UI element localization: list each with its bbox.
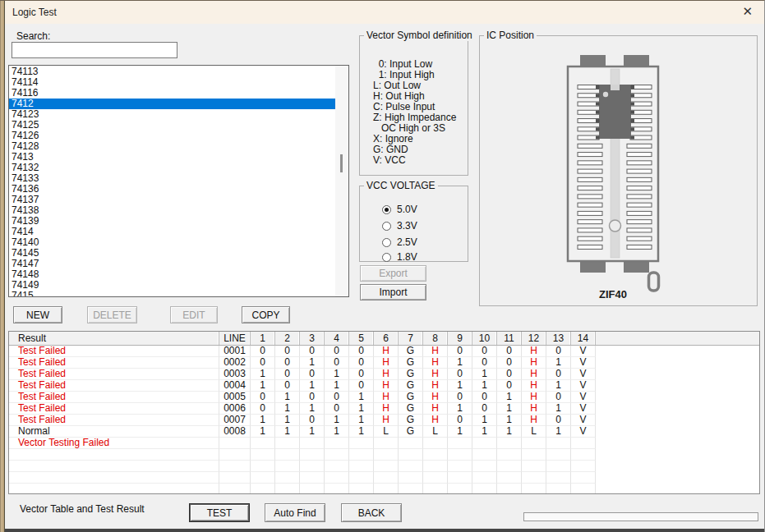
- socket-pin: [578, 177, 602, 181]
- radio-label: 2.5V: [397, 236, 417, 248]
- vcc-voltage-groupbox: VCC VOLTAGE 5.0V3.3V2.5V1.8V: [359, 186, 468, 262]
- table-cell: [9, 472, 219, 484]
- ic-chip-lead: [631, 111, 635, 114]
- import-button[interactable]: Import: [360, 284, 426, 300]
- table-cell: H: [522, 392, 546, 403]
- column-header-11[interactable]: 11: [497, 332, 522, 345]
- vcc-option-3.3v[interactable]: 3.3V: [382, 220, 417, 232]
- table-row[interactable]: Vector Testing Failed: [9, 438, 759, 449]
- table-cell: 0007: [219, 415, 251, 426]
- column-header-3[interactable]: 3: [300, 332, 325, 345]
- device-list-item[interactable]: 74137: [9, 195, 335, 205]
- column-header-4[interactable]: 4: [325, 332, 349, 345]
- device-list-item[interactable]: 74116: [9, 88, 335, 99]
- column-header-14[interactable]: 14: [571, 332, 596, 345]
- column-header-5[interactable]: 5: [349, 332, 374, 345]
- device-list-item[interactable]: 7413: [9, 152, 335, 163]
- table-cell: 0: [472, 403, 497, 415]
- socket-pin: [578, 195, 602, 199]
- device-list-item[interactable]: 74123: [9, 109, 335, 120]
- radio-icon: [382, 205, 391, 214]
- column-header-result[interactable]: Result: [9, 332, 219, 345]
- table-row[interactable]: Test Failed000711011HGH011H0V: [9, 415, 759, 426]
- device-list-item[interactable]: 7414: [9, 227, 335, 237]
- table-row[interactable]: Test Failed000200100HGH100H1V: [9, 357, 759, 369]
- test-button[interactable]: TEST: [189, 503, 250, 522]
- close-icon[interactable]: ✕: [739, 4, 756, 19]
- column-header-6[interactable]: 6: [374, 332, 399, 345]
- back-button[interactable]: BACK: [341, 503, 402, 522]
- new-button[interactable]: NEW: [13, 306, 62, 323]
- auto-find-button[interactable]: Auto Find: [265, 503, 325, 522]
- device-list-item[interactable]: 74133: [9, 173, 335, 184]
- device-list-item[interactable]: 74148: [9, 269, 335, 280]
- device-list-item[interactable]: 74149: [9, 280, 335, 291]
- socket-pin: [627, 161, 652, 165]
- column-header-2[interactable]: 2: [275, 332, 300, 345]
- table-cell: 0: [300, 392, 325, 403]
- search-input[interactable]: [12, 42, 177, 58]
- table-row[interactable]: Test Failed000410110HGH110H1V: [9, 380, 759, 392]
- device-list-item[interactable]: 74126: [9, 131, 335, 141]
- vcc-option-2.5v[interactable]: 2.5V: [382, 236, 417, 248]
- device-list-item[interactable]: 74140: [9, 237, 335, 248]
- list-scrollbar[interactable]: [335, 66, 348, 296]
- table-cell: G: [399, 415, 423, 426]
- vcc-option-1.8v[interactable]: 1.8V: [382, 251, 417, 263]
- column-header-9[interactable]: 9: [448, 332, 472, 345]
- column-header-13[interactable]: 13: [546, 332, 571, 345]
- table-cell: [472, 461, 497, 472]
- table-row[interactable]: Test Failed000100000HGH000H0V: [9, 346, 759, 357]
- device-list-item[interactable]: 74114: [9, 77, 335, 88]
- device-list-item[interactable]: 74113: [9, 66, 335, 77]
- table-cell: 0: [546, 392, 571, 403]
- copy-button[interactable]: COPY: [242, 306, 290, 323]
- device-list-item[interactable]: 74132: [9, 163, 335, 173]
- column-header-10[interactable]: 10: [472, 332, 497, 345]
- ic-chip-lead: [596, 111, 600, 114]
- table-cell: H: [423, 415, 448, 426]
- device-list-item[interactable]: 74145: [9, 248, 335, 259]
- device-list-item[interactable]: 74147: [9, 259, 335, 269]
- table-row[interactable]: Test Failed000501001HGH001H0V: [9, 392, 759, 403]
- export-button[interactable]: Export: [360, 265, 426, 282]
- table-cell: H: [374, 415, 399, 426]
- column-header-12[interactable]: 12: [522, 332, 546, 345]
- list-scrollbar-thumb[interactable]: [340, 154, 343, 172]
- result-table: ResultLINE1234567891011121314 Test Faile…: [8, 331, 760, 494]
- table-cell: [522, 484, 546, 494]
- device-list-item[interactable]: 7415: [9, 291, 335, 296]
- table-cell: [349, 461, 374, 472]
- table-cell: 0003: [219, 369, 251, 380]
- device-list-item[interactable]: 74136: [9, 184, 335, 195]
- socket-pin: [627, 211, 652, 215]
- table-cell: 0: [251, 392, 275, 403]
- device-list-item[interactable]: 7412: [9, 99, 335, 109]
- table-row[interactable]: Test Failed000601101HGH101H1V: [9, 403, 759, 415]
- device-list-item[interactable]: 74138: [9, 205, 335, 216]
- table-row[interactable]: Test Failed000310010HGH010H0V: [9, 369, 759, 380]
- titlebar: Logic Test ✕: [5, 1, 764, 24]
- table-cell: [275, 438, 300, 449]
- vcc-option-5.0v[interactable]: 5.0V: [382, 204, 417, 215]
- table-cell: 1: [472, 380, 497, 392]
- table-cell: 0: [349, 357, 374, 369]
- column-header-8[interactable]: 8: [423, 332, 448, 345]
- device-list-item[interactable]: 74139: [9, 216, 335, 227]
- table-cell: [300, 484, 325, 494]
- device-list-item[interactable]: 74128: [9, 141, 335, 152]
- column-header-line[interactable]: LINE: [219, 332, 251, 345]
- table-cell-filler: [596, 426, 759, 438]
- device-listbox[interactable]: 7411374114741167412741237412574126741287…: [8, 65, 349, 297]
- table-cell: 1: [300, 426, 325, 438]
- table-cell: Normal: [9, 426, 219, 438]
- edit-button[interactable]: EDIT: [170, 306, 218, 323]
- table-row[interactable]: Normal000811111LGL111L1V: [9, 426, 759, 438]
- radio-icon: [382, 253, 391, 262]
- table-cell: [349, 449, 374, 461]
- column-header-1[interactable]: 1: [251, 332, 275, 345]
- column-header-7[interactable]: 7: [399, 332, 423, 345]
- delete-button[interactable]: DELETE: [87, 306, 137, 323]
- table-cell: 1: [325, 426, 349, 438]
- device-list-item[interactable]: 74125: [9, 120, 335, 131]
